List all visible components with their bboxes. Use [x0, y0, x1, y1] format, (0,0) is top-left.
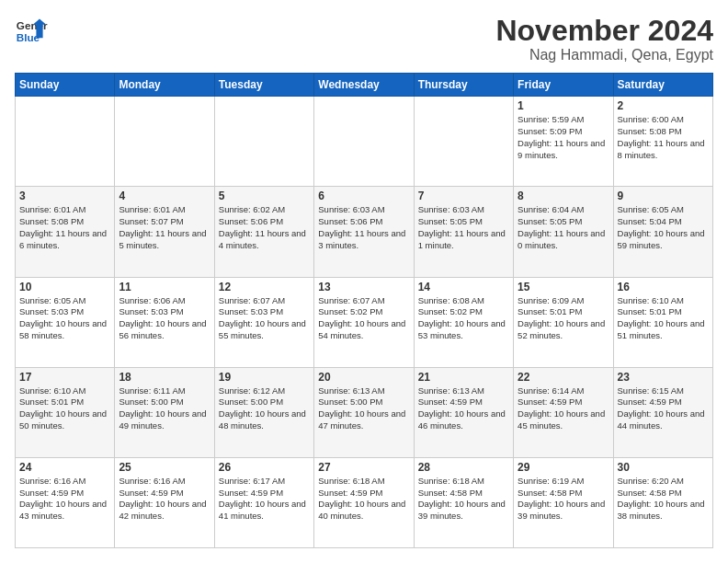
- day-info: Sunrise: 6:01 AM Sunset: 5:08 PM Dayligh…: [19, 204, 110, 251]
- table-cell: 1Sunrise: 5:59 AM Sunset: 5:09 PM Daylig…: [514, 97, 613, 187]
- day-info: Sunrise: 6:04 AM Sunset: 5:05 PM Dayligh…: [518, 204, 609, 251]
- subtitle: Nag Hammadi, Qena, Egypt: [495, 47, 713, 63]
- day-info: Sunrise: 6:18 AM Sunset: 4:58 PM Dayligh…: [418, 476, 509, 523]
- day-info: Sunrise: 6:12 AM Sunset: 5:00 PM Dayligh…: [219, 385, 310, 432]
- week-row-0: 1Sunrise: 5:59 AM Sunset: 5:09 PM Daylig…: [16, 97, 713, 187]
- table-cell: 11Sunrise: 6:06 AM Sunset: 5:03 PM Dayli…: [115, 277, 214, 367]
- day-number: 23: [618, 371, 709, 384]
- day-info: Sunrise: 6:18 AM Sunset: 4:59 PM Dayligh…: [318, 476, 409, 523]
- day-number: 4: [119, 190, 210, 202]
- day-number: 27: [318, 461, 409, 474]
- col-friday: Friday: [514, 74, 613, 97]
- header: General Blue November 2024 Nag Hammadi, …: [15, 15, 713, 63]
- day-number: 3: [19, 190, 110, 202]
- day-number: 28: [418, 461, 509, 474]
- table-cell: 8Sunrise: 6:04 AM Sunset: 5:05 PM Daylig…: [514, 187, 613, 277]
- day-number: 20: [318, 371, 409, 384]
- day-info: Sunrise: 6:13 AM Sunset: 4:59 PM Dayligh…: [418, 385, 509, 432]
- col-monday: Monday: [115, 74, 214, 97]
- table-cell: 23Sunrise: 6:15 AM Sunset: 4:59 PM Dayli…: [613, 367, 712, 457]
- day-info: Sunrise: 5:59 AM Sunset: 5:09 PM Dayligh…: [518, 114, 609, 161]
- day-info: Sunrise: 6:07 AM Sunset: 5:02 PM Dayligh…: [318, 295, 409, 342]
- table-cell: 16Sunrise: 6:10 AM Sunset: 5:01 PM Dayli…: [613, 277, 712, 367]
- day-number: 30: [618, 461, 709, 474]
- table-cell: 18Sunrise: 6:11 AM Sunset: 5:00 PM Dayli…: [115, 367, 214, 457]
- day-info: Sunrise: 6:19 AM Sunset: 4:58 PM Dayligh…: [518, 476, 609, 523]
- day-info: Sunrise: 6:09 AM Sunset: 5:01 PM Dayligh…: [518, 295, 609, 342]
- day-number: 1: [518, 99, 609, 112]
- table-cell: 24Sunrise: 6:16 AM Sunset: 4:59 PM Dayli…: [16, 457, 115, 547]
- col-wednesday: Wednesday: [314, 74, 414, 97]
- day-number: 19: [219, 371, 310, 384]
- table-cell: 6Sunrise: 6:03 AM Sunset: 5:06 PM Daylig…: [314, 187, 414, 277]
- table-cell: 3Sunrise: 6:01 AM Sunset: 5:08 PM Daylig…: [16, 187, 115, 277]
- day-number: 22: [518, 371, 609, 384]
- day-info: Sunrise: 6:05 AM Sunset: 5:03 PM Dayligh…: [19, 295, 110, 342]
- table-cell: 20Sunrise: 6:13 AM Sunset: 5:00 PM Dayli…: [314, 367, 414, 457]
- table-cell: 22Sunrise: 6:14 AM Sunset: 4:59 PM Dayli…: [514, 367, 613, 457]
- week-row-4: 24Sunrise: 6:16 AM Sunset: 4:59 PM Dayli…: [16, 457, 713, 547]
- table-cell: [214, 97, 313, 187]
- day-number: 9: [618, 190, 709, 202]
- day-number: 12: [219, 281, 310, 293]
- day-info: Sunrise: 6:03 AM Sunset: 5:06 PM Dayligh…: [318, 204, 409, 251]
- table-cell: [414, 97, 513, 187]
- day-info: Sunrise: 6:00 AM Sunset: 5:08 PM Dayligh…: [618, 114, 709, 161]
- day-number: 7: [418, 190, 509, 202]
- logo-icon: General Blue: [15, 15, 48, 48]
- week-row-3: 17Sunrise: 6:10 AM Sunset: 5:01 PM Dayli…: [16, 367, 713, 457]
- day-info: Sunrise: 6:11 AM Sunset: 5:00 PM Dayligh…: [119, 385, 210, 432]
- day-number: 13: [318, 281, 409, 293]
- day-info: Sunrise: 6:17 AM Sunset: 4:59 PM Dayligh…: [219, 476, 310, 523]
- logo: General Blue: [15, 15, 48, 48]
- table-cell: [314, 97, 414, 187]
- day-number: 29: [518, 461, 609, 474]
- table-cell: [115, 97, 214, 187]
- day-number: 2: [618, 99, 709, 112]
- week-row-1: 3Sunrise: 6:01 AM Sunset: 5:08 PM Daylig…: [16, 187, 713, 277]
- table-cell: 17Sunrise: 6:10 AM Sunset: 5:01 PM Dayli…: [16, 367, 115, 457]
- day-info: Sunrise: 6:13 AM Sunset: 5:00 PM Dayligh…: [318, 385, 409, 432]
- table-cell: 28Sunrise: 6:18 AM Sunset: 4:58 PM Dayli…: [414, 457, 513, 547]
- day-info: Sunrise: 6:06 AM Sunset: 5:03 PM Dayligh…: [119, 295, 210, 342]
- table-cell: 9Sunrise: 6:05 AM Sunset: 5:04 PM Daylig…: [613, 187, 712, 277]
- table-cell: 12Sunrise: 6:07 AM Sunset: 5:03 PM Dayli…: [214, 277, 313, 367]
- col-saturday: Saturday: [613, 74, 712, 97]
- day-info: Sunrise: 6:16 AM Sunset: 4:59 PM Dayligh…: [19, 476, 110, 523]
- day-number: 24: [19, 461, 110, 474]
- table-cell: 5Sunrise: 6:02 AM Sunset: 5:06 PM Daylig…: [214, 187, 313, 277]
- table-cell: [16, 97, 115, 187]
- header-row: Sunday Monday Tuesday Wednesday Thursday…: [16, 74, 713, 97]
- day-number: 8: [518, 190, 609, 202]
- day-number: 14: [418, 281, 509, 293]
- day-number: 11: [119, 281, 210, 293]
- table-cell: 10Sunrise: 6:05 AM Sunset: 5:03 PM Dayli…: [16, 277, 115, 367]
- day-number: 6: [318, 190, 409, 202]
- day-info: Sunrise: 6:07 AM Sunset: 5:03 PM Dayligh…: [219, 295, 310, 342]
- calendar-table: Sunday Monday Tuesday Wednesday Thursday…: [15, 73, 713, 548]
- table-cell: 7Sunrise: 6:03 AM Sunset: 5:05 PM Daylig…: [414, 187, 513, 277]
- day-number: 25: [119, 461, 210, 474]
- day-info: Sunrise: 6:08 AM Sunset: 5:02 PM Dayligh…: [418, 295, 509, 342]
- table-cell: 27Sunrise: 6:18 AM Sunset: 4:59 PM Dayli…: [314, 457, 414, 547]
- day-info: Sunrise: 6:14 AM Sunset: 4:59 PM Dayligh…: [518, 385, 609, 432]
- table-cell: 2Sunrise: 6:00 AM Sunset: 5:08 PM Daylig…: [613, 97, 712, 187]
- day-info: Sunrise: 6:02 AM Sunset: 5:06 PM Dayligh…: [219, 204, 310, 251]
- day-number: 5: [219, 190, 310, 202]
- day-info: Sunrise: 6:16 AM Sunset: 4:59 PM Dayligh…: [119, 476, 210, 523]
- day-info: Sunrise: 6:20 AM Sunset: 4:58 PM Dayligh…: [618, 476, 709, 523]
- col-sunday: Sunday: [16, 74, 115, 97]
- table-cell: 29Sunrise: 6:19 AM Sunset: 4:58 PM Dayli…: [514, 457, 613, 547]
- col-thursday: Thursday: [414, 74, 513, 97]
- table-cell: 21Sunrise: 6:13 AM Sunset: 4:59 PM Dayli…: [414, 367, 513, 457]
- day-info: Sunrise: 6:01 AM Sunset: 5:07 PM Dayligh…: [119, 204, 210, 251]
- day-info: Sunrise: 6:15 AM Sunset: 4:59 PM Dayligh…: [618, 385, 709, 432]
- table-cell: 25Sunrise: 6:16 AM Sunset: 4:59 PM Dayli…: [115, 457, 214, 547]
- table-cell: 30Sunrise: 6:20 AM Sunset: 4:58 PM Dayli…: [613, 457, 712, 547]
- day-number: 21: [418, 371, 509, 384]
- week-row-2: 10Sunrise: 6:05 AM Sunset: 5:03 PM Dayli…: [16, 277, 713, 367]
- day-number: 17: [19, 371, 110, 384]
- month-title: November 2024: [495, 15, 713, 47]
- col-tuesday: Tuesday: [214, 74, 313, 97]
- table-cell: 19Sunrise: 6:12 AM Sunset: 5:00 PM Dayli…: [214, 367, 313, 457]
